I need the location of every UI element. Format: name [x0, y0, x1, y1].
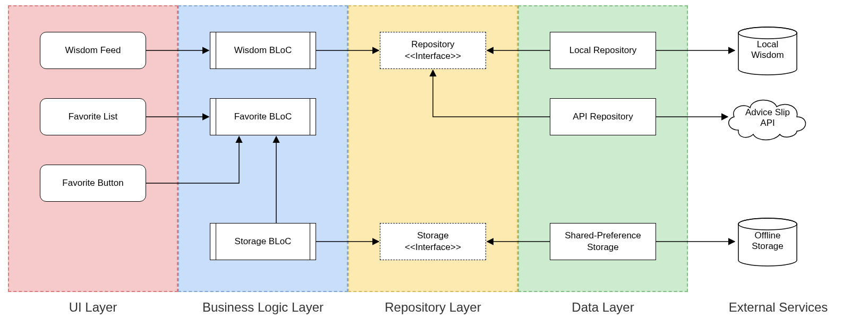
- node-wisdom-feed: Wisdom Feed: [40, 32, 146, 69]
- diagram-canvas: UI Layer Business Logic Layer Repository…: [0, 0, 868, 335]
- node-local-repository: Local Repository: [550, 32, 656, 69]
- repository-interface-label: Repository <<Interface>>: [405, 39, 461, 62]
- node-favorite-list: Favorite List: [40, 98, 146, 135]
- storage-interface-label: Storage <<Interface>>: [405, 230, 461, 253]
- node-shared-preference: Shared-Preference Storage: [550, 223, 656, 260]
- offline-storage-label: Offline Storage: [736, 230, 799, 252]
- layer-label-logic: Business Logic Layer: [178, 300, 348, 315]
- node-wisdom-bloc: Wisdom BLoC: [210, 32, 316, 69]
- advice-api-label: Advice Slip API: [722, 107, 813, 128]
- node-api-repository: API Repository: [550, 98, 656, 135]
- node-storage-interface: Storage <<Interface>>: [380, 223, 486, 260]
- layer-label-ui: UI Layer: [8, 300, 178, 315]
- layer-label-repo: Repository Layer: [348, 300, 518, 315]
- node-favorite-bloc: Favorite BLoC: [210, 98, 316, 135]
- node-storage-bloc: Storage BLoC: [210, 223, 316, 260]
- shared-preference-label: Shared-Preference Storage: [552, 230, 653, 253]
- local-wisdom-label: Local Wisdom: [736, 39, 799, 61]
- layer-label-external: External Services: [701, 300, 855, 315]
- node-favorite-button: Favorite Button: [40, 165, 146, 202]
- layer-label-data: Data Layer: [518, 300, 688, 315]
- node-repository-interface: Repository <<Interface>>: [380, 32, 486, 69]
